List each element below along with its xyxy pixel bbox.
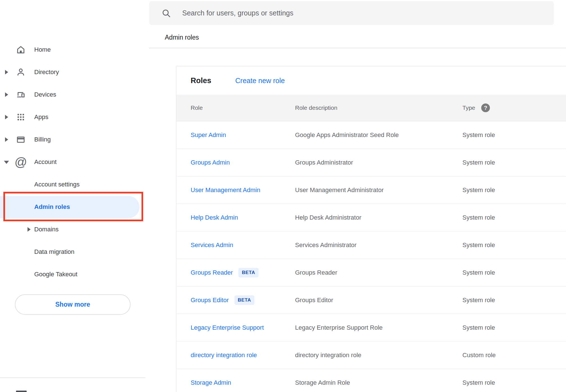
role-link[interactable]: User Management Admin	[191, 186, 260, 194]
role-description: User Management Administrator	[295, 186, 384, 194]
role-link[interactable]: Super Admin	[191, 131, 226, 139]
role-cell: directory integration role	[191, 352, 257, 359]
table-row: Groups EditorBETAGroups EditorSystem rol…	[176, 286, 566, 314]
sidebar-item-label: Billing	[34, 136, 51, 143]
sidebar-item-account[interactable]: @ Account	[0, 151, 146, 173]
sidebar-item-label: Devices	[34, 91, 56, 98]
role-description: Groups Reader	[295, 269, 337, 276]
sidebar-item-label: Google Takeout	[34, 271, 77, 278]
role-cell: Groups Admin	[191, 159, 230, 166]
role-cell: User Management Admin	[191, 186, 260, 194]
role-type: System role	[462, 324, 495, 331]
role-description: Groups Administrator	[295, 159, 353, 166]
sidebar-item-account-settings[interactable]: Account settings	[0, 173, 146, 196]
create-new-role-link[interactable]: Create new role	[235, 76, 285, 85]
role-description: Services Administrator	[295, 241, 357, 249]
sidebar-item-devices[interactable]: Devices	[0, 83, 146, 106]
sidebar-item-label: Domains	[34, 226, 59, 233]
role-cell: Storage Admin	[191, 379, 231, 386]
help-icon[interactable]: ?	[481, 104, 490, 112]
table-row: Legacy Enterprise SupportLegacy Enterpri…	[176, 314, 566, 341]
roles-card: Roles Create new role Role Role descript…	[176, 66, 566, 392]
role-cell: Help Desk Admin	[191, 214, 238, 221]
sidebar-item-label: Account settings	[34, 181, 79, 188]
role-type: System role	[462, 214, 495, 221]
table-row: Groups AdminGroups AdministratorSystem r…	[176, 149, 566, 176]
role-cell: Groups EditorBETA	[191, 295, 254, 305]
roles-table-body: Super AdminGoogle Apps Administrator See…	[176, 121, 566, 392]
role-type: System role	[462, 297, 495, 304]
table-row: Storage AdminStorage Admin RoleSystem ro…	[176, 369, 566, 392]
role-link[interactable]: Legacy Enterprise Support	[191, 324, 264, 331]
search-icon[interactable]	[161, 8, 171, 18]
show-more-button[interactable]: Show more	[15, 294, 131, 315]
table-row: Services AdminServices AdministratorSyst…	[176, 231, 566, 259]
column-header-role: Role	[191, 104, 203, 111]
role-link[interactable]: Help Desk Admin	[191, 214, 238, 221]
sidebar-item-data-migration[interactable]: Data migration	[0, 241, 146, 263]
account-icon: @	[15, 157, 26, 167]
sidebar-item-label: Account	[34, 158, 57, 166]
sidebar-item-domains[interactable]: Domains	[0, 218, 146, 241]
home-icon	[15, 44, 26, 55]
beta-badge: BETA	[238, 268, 258, 277]
sidebar-item-google-takeout[interactable]: Google Takeout	[0, 263, 146, 286]
roles-card-header: Roles Create new role	[176, 66, 566, 95]
role-cell: Services Admin	[191, 241, 233, 249]
chevron-right-icon[interactable]	[5, 115, 8, 119]
chevron-right-icon[interactable]	[28, 227, 31, 232]
role-cell: Groups ReaderBETA	[191, 268, 259, 277]
sidebar-item-label: Home	[34, 46, 51, 53]
role-type: System role	[462, 186, 495, 194]
directory-icon	[15, 67, 26, 78]
search-placeholder: Search for users, groups or settings	[182, 9, 293, 17]
role-cell: Legacy Enterprise Support	[191, 324, 264, 331]
sidebar-item-label: Data migration	[34, 248, 74, 256]
admin-console-page: { "topbar": { "product_name": "Admin", "…	[0, 0, 566, 392]
role-link[interactable]: Groups Editor	[191, 297, 229, 304]
role-link[interactable]: directory integration role	[191, 352, 257, 359]
devices-icon	[15, 89, 26, 100]
sidebar-item-admin-roles[interactable]: Admin roles	[0, 196, 146, 218]
role-type: System role	[462, 379, 495, 386]
role-description: Legacy Enterprise Support Role	[295, 324, 383, 331]
role-description: Storage Admin Role	[295, 379, 350, 386]
column-header-type: Type	[462, 104, 475, 111]
sidebar-item-label: Apps	[34, 113, 48, 121]
sidebar-item-apps[interactable]: Apps	[0, 106, 146, 128]
chevron-right-icon[interactable]	[5, 92, 8, 97]
role-cell: Super Admin	[191, 131, 226, 139]
sidebar-item-directory[interactable]: Directory	[0, 61, 146, 83]
role-description: Google Apps Administrator Seed Role	[295, 131, 399, 139]
role-type: System role	[462, 131, 495, 139]
table-row: Super AdminGoogle Apps Administrator See…	[176, 121, 566, 149]
sidebar-item-home[interactable]: Home	[0, 38, 146, 61]
role-link[interactable]: Services Admin	[191, 241, 233, 249]
sidebar: Home Directory Devices	[0, 0, 149, 392]
table-row: Help Desk AdminHelp Desk AdministratorSy…	[176, 204, 566, 231]
chevron-down-icon[interactable]	[4, 161, 9, 164]
table-header-row: Role Role description Type ?	[176, 95, 566, 121]
breadcrumb-divider	[149, 48, 566, 48]
role-link[interactable]: Storage Admin	[191, 379, 231, 386]
chevron-right-icon[interactable]	[5, 137, 8, 142]
cutoff-bottom-icon	[16, 391, 27, 392]
sidebar-item-billing[interactable]: Billing	[0, 128, 146, 151]
role-link[interactable]: Groups Reader	[191, 269, 233, 276]
sidebar-item-label: Directory	[34, 69, 59, 76]
role-type: System role	[462, 159, 495, 166]
role-type: System role	[462, 269, 495, 276]
sidebar-divider	[0, 377, 145, 378]
apps-icon	[15, 112, 26, 122]
role-type: Custom role	[462, 352, 496, 359]
search-input[interactable]: Search for users, groups or settings	[149, 1, 554, 25]
table-row: Groups ReaderBETAGroups ReaderSystem rol…	[176, 259, 566, 286]
role-description: directory integration role	[295, 352, 361, 359]
breadcrumb: Admin roles	[165, 34, 199, 41]
role-description: Help Desk Administrator	[295, 214, 361, 221]
table-row: User Management AdminUser Management Adm…	[176, 176, 566, 204]
sidebar-item-label: Admin roles	[34, 203, 70, 211]
role-link[interactable]: Groups Admin	[191, 159, 230, 166]
chevron-right-icon[interactable]	[5, 70, 8, 74]
table-row: directory integration roledirectory inte…	[176, 341, 566, 369]
